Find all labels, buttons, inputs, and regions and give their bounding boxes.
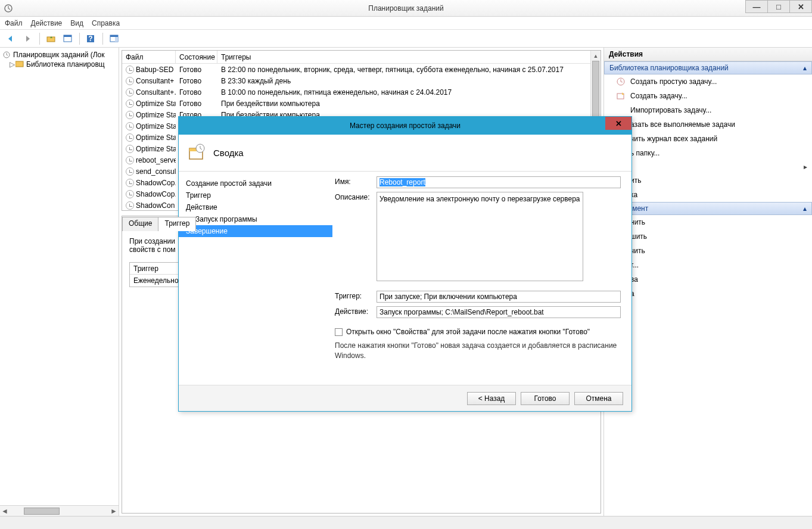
task-name: Optimize Sta... — [136, 145, 176, 153]
wizard-dialog: Мастер создания простой задачи ✕ Сводка … — [178, 116, 632, 412]
collapse-icon[interactable]: ▴ — [803, 204, 807, 213]
action-item[interactable]: ить — [604, 173, 812, 188]
col-trigger[interactable]: Триггеры — [217, 51, 601, 63]
action-item[interactable]: чить — [604, 244, 812, 258]
desc-value: Уведомление на электронную почту о перез… — [379, 195, 580, 203]
table-row[interactable]: Consultant+ГотовоВ 23:30 каждый день — [122, 75, 601, 86]
back-icon[interactable] — [5, 32, 18, 45]
clock-icon — [4, 4, 13, 13]
action-item[interactable]: Создать простую задачу... — [604, 74, 812, 89]
task-name: ShadowCop... — [136, 179, 176, 187]
svg-rect-7 — [110, 35, 118, 37]
task-trigger: В 22:00 по понедельник, вторник, среда, … — [217, 66, 601, 74]
menu-help[interactable]: Справка — [92, 19, 120, 27]
back-button[interactable]: < Назад — [467, 392, 516, 405]
wizard-footer: < Назад Готово Отмена — [179, 385, 631, 411]
horizontal-scrollbar[interactable]: ◄ ► — [0, 505, 119, 516]
wizard-form: Имя: Reboot_report Описание: Уведомление… — [332, 172, 631, 385]
task-name: Consultant+ — [136, 77, 174, 85]
wizard-title: Мастер создания простой задачи — [350, 122, 461, 130]
action-item[interactable]: чить журнал всех заданий — [604, 132, 812, 146]
tab-general[interactable]: Общие — [122, 217, 158, 231]
properties-icon[interactable] — [61, 32, 74, 45]
action-item[interactable]: азать все выполняемые задачи — [604, 117, 812, 132]
action-item[interactable]: ь папку... — [604, 146, 812, 160]
action-label: ь папку... — [630, 149, 659, 157]
col-state[interactable]: Состояние — [176, 51, 217, 63]
close-button[interactable]: ✕ — [605, 117, 631, 130]
nav-trigger[interactable]: Триггер — [179, 189, 332, 201]
action-item[interactable]: а — [604, 287, 812, 301]
menubar: Файл Действие Вид Справка — [0, 17, 812, 30]
scroll-right-icon[interactable]: ► — [109, 507, 119, 515]
help-icon[interactable]: ? — [85, 32, 98, 45]
col-file[interactable]: Файл — [122, 51, 176, 63]
clock-icon — [126, 145, 134, 153]
checkbox-icon[interactable] — [335, 328, 343, 336]
menu-view[interactable]: Вид — [70, 19, 83, 27]
wizard-hint: После нажатия кнопки "Готово" новая зада… — [335, 341, 621, 361]
menu-file[interactable]: Файл — [5, 19, 23, 27]
action-label: Создать простую задачу... — [630, 77, 717, 86]
task-trigger: В 10:00 по понедельник, пятница еженедел… — [217, 88, 601, 97]
wizard-titlebar[interactable]: Мастер создания простой задачи ✕ — [179, 117, 631, 135]
menu-action[interactable]: Действие — [31, 19, 63, 27]
nav-create[interactable]: Создание простой задачи — [179, 178, 332, 189]
tree-library[interactable]: ▷ Библиотека планировщ — [0, 60, 119, 69]
wizard-nav: Создание простой задачи Триггер Действие… — [179, 172, 332, 385]
action-item[interactable]: Импортировать задачу... — [604, 103, 812, 117]
task-wizard-icon — [187, 144, 206, 163]
action-item[interactable]: ка — [604, 188, 812, 202]
actions-section1-label: Библиотека планировщика заданий — [609, 64, 729, 72]
actions-header: Действия — [604, 48, 812, 61]
table-row[interactable]: Optimize Sta...ГотовоПри бездействии ком… — [122, 98, 601, 109]
scroll-left-icon[interactable]: ◄ — [0, 507, 10, 515]
actions-section1[interactable]: Библиотека планировщика заданий ▴ — [604, 61, 812, 74]
tree-root[interactable]: Планировщик заданий (Лок — [0, 50, 119, 60]
nav-run-program[interactable]: Запуск программы — [179, 213, 332, 225]
expand-icon[interactable]: ▷ — [8, 60, 15, 69]
task-name: Optimize Sta... — [136, 111, 176, 119]
action-label: азать все выполняемые задачи — [630, 120, 735, 129]
scroll-up-icon[interactable]: ▲ — [591, 51, 601, 61]
action-item-more[interactable]: ▸ — [604, 160, 812, 173]
divider — [79, 33, 80, 45]
tab-triggers[interactable]: Триггер — [158, 217, 196, 231]
task-state: Готово — [176, 88, 217, 97]
table-row[interactable]: Babup-SEDГотовоВ 22:00 по понедельник, в… — [122, 64, 601, 75]
close-button[interactable]: ✕ — [789, 0, 812, 13]
scroll-thumb[interactable] — [24, 508, 60, 515]
name-input[interactable]: Reboot_report — [377, 176, 621, 188]
action-item[interactable]: шить — [604, 229, 812, 244]
action-item[interactable]: т... — [604, 258, 812, 272]
action-item[interactable]: ва — [604, 272, 812, 287]
cancel-button[interactable]: Отмена — [574, 392, 623, 405]
action-label: Создать задачу... — [630, 92, 687, 100]
finish-button[interactable]: Готово — [521, 392, 570, 405]
task-name: reboot_server — [136, 156, 176, 164]
task-name: ShadowCop... — [136, 190, 176, 198]
desc-input[interactable]: Уведомление на электронную почту о перез… — [377, 192, 583, 281]
open-properties-checkbox-row[interactable]: Открыть окно "Свойства" для этой задачи … — [335, 328, 621, 336]
action-label: чить журнал всех заданий — [630, 135, 717, 143]
tree-library-label: Библиотека планировщ — [26, 60, 105, 69]
action-item[interactable]: нить — [604, 215, 812, 229]
forward-icon[interactable] — [21, 32, 35, 45]
actions-panel: Действия Библиотека планировщика заданий… — [603, 48, 812, 516]
svg-rect-3 — [64, 35, 71, 37]
clock-icon — [126, 88, 134, 97]
collapse-icon[interactable]: ▴ — [803, 64, 807, 72]
toolbar: ? — [0, 30, 812, 48]
actions-section2[interactable]: ый элемент ▴ — [604, 202, 812, 215]
folder-up-icon[interactable] — [45, 32, 58, 45]
tree-panel: Планировщик заданий (Лок ▷ Библиотека пл… — [0, 48, 119, 516]
table-row[interactable]: Consultant+...ГотовоВ 10:00 по понедельн… — [122, 86, 601, 98]
nav-action[interactable]: Действие — [179, 201, 332, 213]
panel-icon[interactable] — [108, 32, 121, 45]
maximize-button[interactable]: □ — [767, 0, 790, 13]
nav-finish[interactable]: Завершение — [179, 225, 332, 237]
minimize-button[interactable]: — — [745, 0, 768, 13]
svg-rect-10 — [15, 61, 23, 67]
clock-icon — [126, 77, 134, 85]
action-item[interactable]: Создать задачу... — [604, 89, 812, 103]
